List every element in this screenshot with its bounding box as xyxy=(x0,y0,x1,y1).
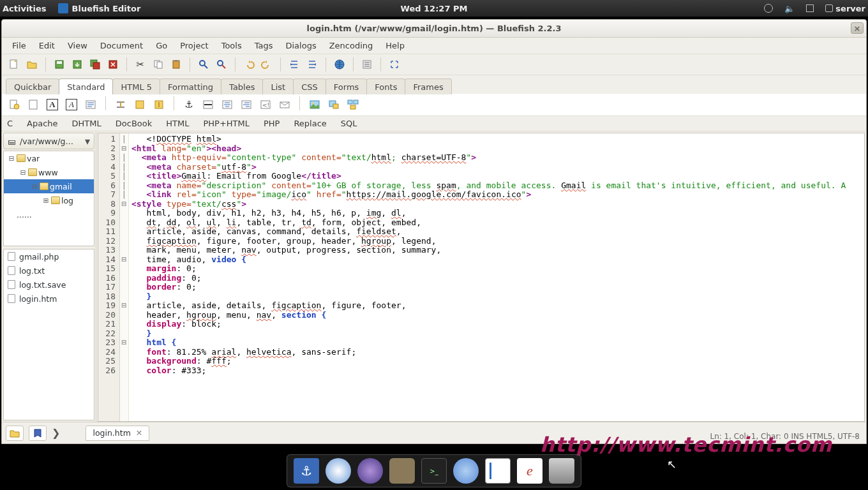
user-menu[interactable]: server xyxy=(825,4,865,13)
tree-row[interactable]: ⊞ log xyxy=(4,193,94,207)
tab-html-5[interactable]: HTML 5 xyxy=(112,78,160,94)
image-button[interactable] xyxy=(306,96,323,113)
dock-evince-icon[interactable]: e xyxy=(517,458,542,484)
paragraph-button[interactable] xyxy=(82,96,99,113)
bookmarks-tab[interactable] xyxy=(29,426,47,441)
lang-dhtml[interactable]: DHTML xyxy=(72,119,101,128)
close-file-button[interactable] xyxy=(105,56,121,73)
lang-docbook[interactable]: DocBook xyxy=(116,119,152,128)
comment-button[interactable]: <! xyxy=(257,96,274,113)
tab-fonts[interactable]: Fonts xyxy=(366,78,405,94)
dock-writer-icon[interactable] xyxy=(485,458,511,484)
nbsp-button[interactable] xyxy=(131,96,148,113)
tab-quickbar[interactable]: Quickbar xyxy=(6,78,59,94)
close-tab-icon[interactable]: ✕ xyxy=(136,428,142,438)
undo-button[interactable] xyxy=(241,56,257,73)
expander-icon[interactable]: ⊞ xyxy=(42,197,50,205)
menu-tags[interactable]: Tags xyxy=(248,38,280,53)
tab-forms[interactable]: Forms xyxy=(326,78,368,94)
italic-button[interactable]: A xyxy=(63,96,80,113)
file-row[interactable]: gmail.php xyxy=(4,249,94,264)
tab-frames[interactable]: Frames xyxy=(405,78,451,94)
lang-sql[interactable]: SQL xyxy=(341,119,357,128)
center-button[interactable] xyxy=(219,96,236,113)
menu-file[interactable]: File xyxy=(6,38,33,53)
lang-c[interactable]: C xyxy=(7,119,13,128)
find-button[interactable] xyxy=(195,56,212,73)
browser-preview-button[interactable] xyxy=(331,56,348,73)
file-row[interactable]: log.txt.save xyxy=(4,278,94,292)
document-tab[interactable]: login.htm ✕ xyxy=(86,426,149,441)
nbsp2-button[interactable] xyxy=(151,96,167,113)
cut-button[interactable]: ✂ xyxy=(132,56,149,73)
preferences-button[interactable] xyxy=(359,56,375,73)
unindent-button[interactable] xyxy=(286,56,303,73)
filebrowser-tab[interactable] xyxy=(6,426,24,441)
lang-replace[interactable]: Replace xyxy=(294,119,326,128)
indent-button[interactable] xyxy=(304,56,320,73)
fold-gutter[interactable]: | ⊟ | | | | | ⊟ ⊟ ⊟ ⊟ xyxy=(120,133,129,421)
directory-tree[interactable]: ⊟ var⊟ www⊟ gmail⊞ log ...... xyxy=(3,151,94,246)
lang-php[interactable]: PHP xyxy=(264,119,280,128)
new-file-button[interactable] xyxy=(6,56,22,73)
quickstart-button[interactable] xyxy=(6,96,22,113)
redo-button[interactable] xyxy=(258,56,275,73)
menu-document[interactable]: Document xyxy=(94,38,149,53)
hrule-button[interactable] xyxy=(200,96,216,113)
network-icon[interactable] xyxy=(806,4,814,12)
anchor-button[interactable]: ⚓ xyxy=(181,96,197,113)
multithumbnail-button[interactable] xyxy=(345,96,361,113)
menu-tools[interactable]: Tools xyxy=(215,38,248,53)
tree-row[interactable]: ⊟ www xyxy=(4,165,94,179)
code-editor[interactable]: 1 2 3 4 5 6 7 8 9 10 11 12 13 14 15 16 1… xyxy=(98,133,865,422)
tab-standard[interactable]: Standard xyxy=(59,78,113,94)
chevron-right-icon[interactable]: ❯ xyxy=(52,427,60,439)
tab-list[interactable]: List xyxy=(262,78,294,94)
tree-row[interactable]: ...... xyxy=(4,207,94,221)
activities-button[interactable]: Activities xyxy=(3,4,47,13)
tree-row[interactable]: ⊟ gmail xyxy=(4,179,94,193)
code-area[interactable]: <!DOCTYPE html><html lang="en"><head> <m… xyxy=(129,133,864,421)
save-all-button[interactable] xyxy=(87,56,103,73)
save-as-button[interactable] xyxy=(69,56,86,73)
file-list[interactable]: gmail.phplog.txtlog.txt.savelogin.htm xyxy=(3,249,94,420)
file-row[interactable]: login.htm xyxy=(4,292,94,306)
dock-terminal-icon[interactable]: >_ xyxy=(421,458,447,484)
thumbnail-button[interactable] xyxy=(326,96,342,113)
titlebar[interactable]: login.htm (/var/www/gmail/login.htm) — B… xyxy=(2,20,866,38)
lang-apache[interactable]: Apache xyxy=(27,119,58,128)
open-file-button[interactable] xyxy=(24,56,40,73)
menu-dialogs[interactable]: Dialogs xyxy=(280,38,323,53)
close-button[interactable]: × xyxy=(851,22,864,34)
save-button[interactable] xyxy=(51,56,68,73)
menu-view[interactable]: View xyxy=(61,38,94,53)
paste-button[interactable] xyxy=(168,56,184,73)
expander-icon[interactable]: ⊟ xyxy=(31,182,38,191)
dock-gimp-icon[interactable] xyxy=(389,458,415,484)
tab-tables[interactable]: Tables xyxy=(221,78,263,94)
expander-icon[interactable]: ⊟ xyxy=(8,154,15,163)
menu-go[interactable]: Go xyxy=(149,38,174,53)
dock-app3-icon[interactable] xyxy=(357,458,383,484)
fullscreen-button[interactable] xyxy=(386,56,403,73)
menu-zencoding[interactable]: Zencoding xyxy=(323,38,380,53)
file-row[interactable]: log.txt xyxy=(4,264,94,278)
active-app[interactable]: Bluefish Editor xyxy=(58,3,141,13)
path-selector[interactable]: 🖴 /var/www/gmail ▾ xyxy=(3,133,94,149)
lang-phpplushtml[interactable]: PHP+HTML xyxy=(203,119,250,128)
break-button[interactable] xyxy=(112,96,129,113)
lang-html[interactable]: HTML xyxy=(166,119,189,128)
menu-project[interactable]: Project xyxy=(174,38,214,53)
find-replace-button[interactable] xyxy=(213,56,230,73)
menu-edit[interactable]: Edit xyxy=(33,38,61,53)
dock-bluefish-icon[interactable]: ⚓ xyxy=(294,458,319,484)
dock-pidgin-icon[interactable] xyxy=(453,458,479,484)
dock-chromium-icon[interactable] xyxy=(326,458,351,484)
clock[interactable]: Wed 12:27 PM xyxy=(401,4,468,13)
dock-trash-icon[interactable] xyxy=(549,458,574,484)
body-button[interactable] xyxy=(25,96,41,113)
tab-formatting[interactable]: Formatting xyxy=(160,78,221,94)
volume-icon[interactable]: 🔈 xyxy=(784,4,795,13)
copy-button[interactable] xyxy=(150,56,167,73)
tab-css[interactable]: CSS xyxy=(293,78,326,94)
